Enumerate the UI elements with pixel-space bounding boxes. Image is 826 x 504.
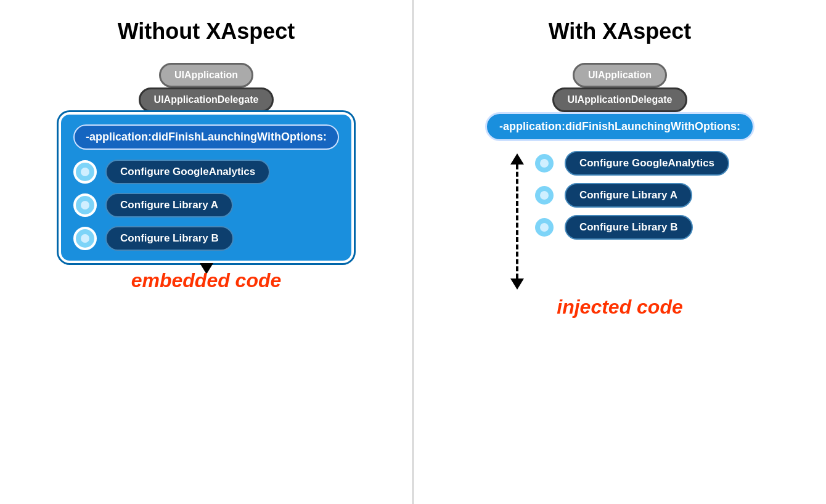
left-item-label-2: Configure Library B bbox=[105, 226, 234, 251]
right-item-label-2: Configure Library B bbox=[565, 215, 693, 240]
right-uiappdelegate-node: UIApplicationDelegate bbox=[552, 87, 688, 112]
right-panel: With XAspect UIApplication UIApplication… bbox=[414, 0, 826, 504]
left-blue-container: -application:didFinishLaunchingWithOptio… bbox=[59, 112, 354, 263]
left-item-label-0: Configure GoogleAnalytics bbox=[105, 160, 270, 184]
right-item-1: Configure Library A bbox=[533, 183, 692, 208]
left-circle-0 bbox=[73, 160, 97, 184]
right-circle-2 bbox=[533, 216, 556, 239]
left-footer-label: embedded code bbox=[131, 269, 282, 292]
right-item-2: Configure Library B bbox=[533, 215, 693, 240]
left-flow: UIApplication UIApplicationDelegate -app… bbox=[0, 63, 412, 292]
right-method-text: -application:didFinishLaunchingWithOptio… bbox=[499, 120, 740, 132]
left-item-label-1: Configure Library A bbox=[105, 193, 233, 217]
right-circle-0 bbox=[533, 152, 556, 175]
right-uiapplication-node: UIApplication bbox=[573, 63, 667, 87]
left-uiapplication-node: UIApplication bbox=[159, 63, 253, 87]
left-panel: Without XAspect UIApplication UIApplicat… bbox=[0, 0, 412, 504]
right-arrow-up-head bbox=[510, 153, 524, 165]
right-title: With XAspect bbox=[549, 18, 692, 44]
right-dashed-line bbox=[516, 165, 518, 278]
right-circle-1 bbox=[533, 184, 556, 207]
left-item-1: Configure Library A bbox=[73, 193, 233, 217]
left-uiappdelegate-node: UIApplicationDelegate bbox=[139, 87, 274, 112]
left-circle-2 bbox=[73, 227, 97, 250]
right-injected-area: Configure GoogleAnalytics Configure Libr… bbox=[414, 147, 826, 290]
right-footer-label: injected code bbox=[557, 296, 683, 319]
right-item-label-1: Configure Library A bbox=[565, 183, 692, 208]
right-vertical-arrow bbox=[510, 147, 524, 290]
right-arrow-down-head bbox=[510, 278, 524, 290]
right-flow: UIApplication UIApplicationDelegate -app… bbox=[414, 63, 826, 319]
left-circle-1 bbox=[73, 193, 97, 217]
left-method-label: -application:didFinishLaunchingWithOptio… bbox=[73, 124, 339, 150]
left-item-0: Configure GoogleAnalytics bbox=[73, 160, 270, 184]
right-method-banner: -application:didFinishLaunchingWithOptio… bbox=[485, 112, 754, 141]
left-item-2: Configure Library B bbox=[73, 226, 234, 251]
right-item-label-0: Configure GoogleAnalytics bbox=[565, 151, 729, 176]
right-items-list: Configure GoogleAnalytics Configure Libr… bbox=[533, 147, 729, 240]
left-title: Without XAspect bbox=[118, 18, 295, 44]
right-item-0: Configure GoogleAnalytics bbox=[533, 151, 729, 176]
